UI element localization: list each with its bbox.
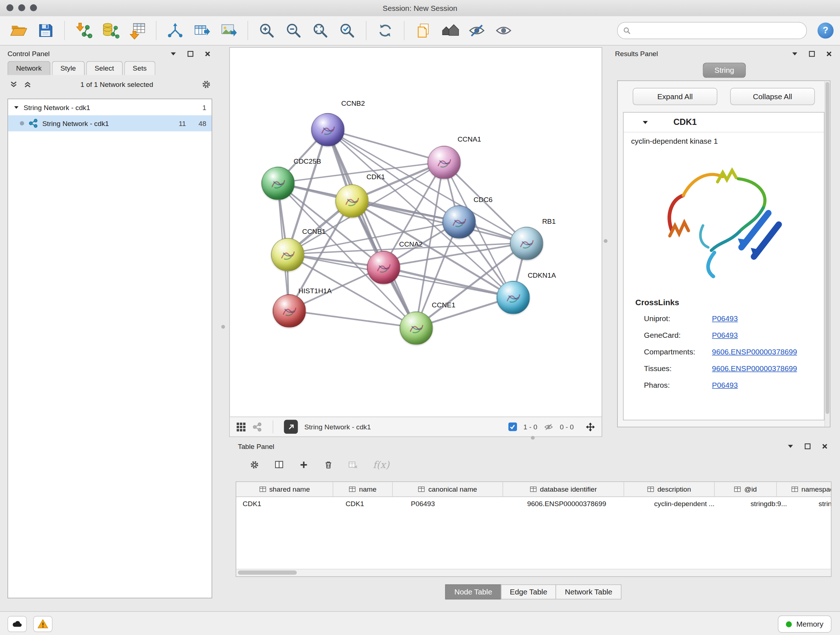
zoom-in-icon [258, 22, 275, 39]
zoom-fit-button[interactable] [308, 18, 333, 43]
network-canvas[interactable]: CCNB2CCNA1CDC25BCDK1CDC6RB1CCNB1CCNA2CDK… [230, 48, 602, 417]
network-node-ccnb2[interactable] [311, 113, 344, 146]
first-neighbors-button[interactable] [163, 18, 187, 43]
table-body: CDK1CDK1P064939606.ENSP00000378699cyclin… [236, 497, 831, 511]
crosslink-genecard-link[interactable]: P06493 [712, 331, 737, 339]
float-panel-icon[interactable] [807, 49, 816, 59]
network-node-cdk1[interactable] [335, 184, 369, 218]
import-network-from-database-button[interactable] [98, 18, 123, 43]
tab-sets[interactable]: Sets [124, 61, 155, 75]
hide-details-button[interactable] [464, 18, 489, 43]
grid-view-icon[interactable] [236, 422, 246, 432]
network-node-ccna2[interactable] [367, 251, 400, 284]
column-header-namespace[interactable]: namespace [777, 482, 831, 496]
apply-layout-button[interactable] [373, 18, 398, 43]
close-window-button[interactable] [6, 4, 13, 11]
panel-menu-caret-icon[interactable] [785, 441, 795, 451]
show-details-button[interactable] [491, 18, 516, 43]
left-splitter-handle[interactable] [221, 325, 225, 328]
search-input[interactable] [634, 26, 801, 35]
network-node-cdc6[interactable] [442, 205, 476, 239]
gene-section-header[interactable]: CDK1 [624, 112, 824, 133]
open-session-button[interactable] [6, 18, 31, 43]
tab-network-table[interactable]: Network Table [556, 584, 621, 599]
close-panel-icon[interactable] [824, 49, 834, 59]
hidden-eye-icon[interactable] [544, 422, 554, 432]
right-splitter-handle[interactable] [604, 239, 607, 242]
panel-menu-caret-icon[interactable] [168, 49, 178, 59]
import-network-from-file-button[interactable] [71, 18, 96, 43]
network-node-cdc25b[interactable] [262, 167, 295, 200]
float-panel-icon[interactable] [185, 49, 195, 59]
new-network-from-table-button[interactable] [189, 18, 214, 43]
selected-checkbox[interactable] [508, 423, 517, 431]
tab-network[interactable]: Network [8, 61, 50, 75]
crosslink-uniprot-link[interactable]: P06493 [712, 314, 737, 323]
zoom-selected-button[interactable] [335, 18, 360, 43]
show-columns-icon[interactable] [274, 460, 284, 470]
network-view-footer: String Network - cdk1 1 - 0 0 - 0 [230, 417, 602, 437]
panel-menu-caret-icon[interactable] [790, 49, 799, 59]
delete-column-icon[interactable] [324, 460, 333, 470]
float-panel-icon[interactable] [802, 441, 812, 451]
table-row[interactable]: CDK1CDK1P064939606.ENSP00000378699cyclin… [236, 497, 831, 511]
detach-view-button[interactable] [284, 420, 298, 434]
scrollbar-thumb[interactable] [238, 570, 297, 575]
crosslink-pharos-link[interactable]: P06493 [712, 380, 737, 389]
tab-node-table[interactable]: Node Table [445, 584, 501, 599]
column-header-canonical-name[interactable]: canonical name [393, 482, 503, 496]
tab-select[interactable]: Select [86, 61, 123, 75]
network-row[interactable]: String Network - cdk1 11 48 [8, 115, 212, 131]
close-panel-icon[interactable] [820, 441, 829, 451]
protein-structure-thumbnail [502, 287, 524, 308]
column-header-database-identifier[interactable]: database identifier [503, 482, 624, 496]
zoom-out-button[interactable] [281, 18, 306, 43]
column-header-description[interactable]: description [624, 482, 714, 496]
homes-button[interactable] [438, 18, 462, 43]
gear-icon[interactable] [249, 460, 259, 470]
results-scrollbar[interactable] [824, 81, 830, 427]
network-node-ccne1[interactable] [400, 311, 433, 345]
gear-icon[interactable] [202, 79, 211, 89]
column-header-name[interactable]: name [333, 482, 393, 496]
birds-eye-view-icon[interactable] [253, 422, 262, 432]
collapse-all-button[interactable]: Collapse All [730, 88, 815, 105]
memory-button[interactable]: Memory [778, 616, 831, 632]
expand-all-button[interactable]: Expand All [633, 88, 717, 105]
crosslink-tissues-link[interactable]: 9606.ENSP00000378699 [712, 364, 797, 372]
network-edge[interactable] [327, 129, 416, 328]
close-panel-icon[interactable] [202, 49, 212, 59]
bottom-splitter-handle[interactable] [531, 436, 535, 440]
network-edge[interactable] [383, 267, 513, 297]
network-edge[interactable] [289, 310, 416, 327]
pan-crosshair-icon[interactable] [586, 422, 595, 432]
crosslink-compartments-link[interactable]: 9606.ENSP00000378699 [712, 347, 797, 356]
tab-edge-table[interactable]: Edge Table [501, 584, 556, 599]
import-table-button[interactable] [125, 18, 149, 43]
warnings-button[interactable] [33, 616, 52, 632]
tab-string[interactable]: String [703, 63, 745, 78]
network-collection-row[interactable]: String Network - cdk1 1 [8, 99, 212, 115]
create-column-icon[interactable] [299, 460, 309, 470]
save-session-button[interactable] [33, 18, 58, 43]
network-node-cdkn1a[interactable] [497, 281, 530, 314]
maximize-window-button[interactable] [30, 4, 37, 11]
network-node-ccnb1[interactable] [271, 238, 304, 272]
help-button[interactable]: ? [818, 22, 834, 38]
zoom-in-button[interactable] [254, 18, 279, 43]
network-node-ccna1[interactable] [428, 146, 461, 179]
table-horizontal-scrollbar[interactable] [236, 569, 831, 576]
column-header-@id[interactable]: @id [715, 482, 777, 496]
window-controls[interactable] [6, 4, 37, 11]
minimize-window-button[interactable] [18, 4, 25, 11]
cloud-button[interactable] [8, 616, 27, 632]
expand-all-icon[interactable] [22, 79, 32, 89]
search-box[interactable] [617, 22, 807, 39]
export-image-button[interactable] [216, 18, 241, 43]
duplicate-page-button[interactable] [411, 18, 436, 43]
collapse-all-icon[interactable] [9, 79, 19, 89]
column-header-shared-name[interactable]: shared name [236, 482, 333, 496]
network-node-rb1[interactable] [510, 226, 543, 260]
network-node-hist1h1a[interactable] [273, 295, 306, 328]
tab-style[interactable]: Style [52, 61, 84, 75]
